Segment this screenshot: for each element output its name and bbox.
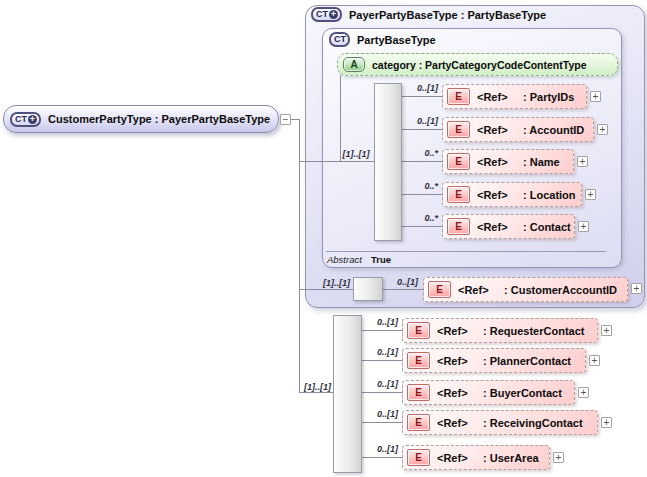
element-icon: E xyxy=(447,218,470,235)
schema-diagram: CT+ CustomerPartyType : PayerPartyBaseTy… xyxy=(0,0,647,477)
collapse-icon[interactable]: − xyxy=(280,114,291,125)
sequence-bar xyxy=(333,315,362,473)
element-icon: E xyxy=(428,281,451,298)
cardinality-label: 0..* xyxy=(404,213,438,223)
sequence-box xyxy=(353,277,383,301)
expand-icon[interactable]: + xyxy=(601,325,612,336)
element-node-receivingcontact[interactable]: E <Ref> : ReceivingContact xyxy=(402,410,598,435)
element-ref-label: <Ref> xyxy=(477,189,523,201)
cardinality-label: 0..[1] xyxy=(364,379,398,389)
element-ref-label: <Ref> xyxy=(437,325,483,337)
element-icon: E xyxy=(447,121,470,138)
element-ref-label: <Ref> xyxy=(437,417,483,429)
cardinality-label: [1]..[1] xyxy=(338,149,374,159)
derived-plus-icon: + xyxy=(329,10,338,19)
element-type-label: : Name xyxy=(523,156,560,168)
expand-icon[interactable]: + xyxy=(589,355,600,366)
element-icon: E xyxy=(447,186,470,203)
element-node-userarea[interactable]: E <Ref> : UserArea xyxy=(402,445,550,470)
expand-icon[interactable]: + xyxy=(578,221,589,232)
element-ref-label: <Ref> xyxy=(477,221,523,233)
payerpartybasetype-title: PayerPartyBaseType : PartyBaseType xyxy=(349,9,546,21)
element-type-label: : PartyIDs xyxy=(523,91,574,103)
cardinality-label: 0..[1] xyxy=(384,277,418,287)
element-node-contact[interactable]: E <Ref> : Contact xyxy=(442,214,575,239)
cardinality-label: 0..[1] xyxy=(404,83,438,93)
derived-plus-icon: + xyxy=(28,115,37,124)
cardinality-label: 0..[1] xyxy=(364,444,398,454)
element-type-label: : PlannerContact xyxy=(483,355,571,367)
element-icon: E xyxy=(407,384,430,401)
element-type-label: : BuyerContact xyxy=(483,387,562,399)
element-ref-label: <Ref> xyxy=(437,355,483,367)
payerpartybasetype-header: CT+ PayerPartyBaseType : PartyBaseType xyxy=(311,7,546,22)
cardinality-label: 0..[1] xyxy=(364,409,398,419)
cardinality-label: 0..[1] xyxy=(404,116,438,126)
expand-icon[interactable]: + xyxy=(578,387,589,398)
element-ref-label: <Ref> xyxy=(437,387,483,399)
element-icon: E xyxy=(447,88,470,105)
element-type-label: : CustomerAccountID xyxy=(504,284,617,296)
complex-type-icon: CT+ xyxy=(311,7,342,22)
element-node-partyids[interactable]: E <Ref> : PartyIDs xyxy=(442,84,587,109)
expand-icon[interactable]: + xyxy=(597,124,608,135)
element-node-location[interactable]: E <Ref> : Location xyxy=(442,182,582,207)
abstract-value: True xyxy=(371,254,391,265)
element-node-customeraccountid[interactable]: E <Ref> : CustomerAccountID xyxy=(423,277,628,302)
element-node-name[interactable]: E <Ref> : Name xyxy=(442,149,574,174)
cardinality-label: 0..* xyxy=(404,181,438,191)
expand-icon[interactable]: + xyxy=(590,91,601,102)
expand-icon[interactable]: + xyxy=(585,189,596,200)
abstract-label: Abstract xyxy=(327,254,362,265)
element-type-label: : Location xyxy=(523,189,576,201)
expand-icon[interactable]: + xyxy=(631,283,642,294)
cardinality-label: 0..[1] xyxy=(364,347,398,357)
element-node-requestercontact[interactable]: E <Ref> : RequesterContact xyxy=(402,318,598,343)
root-node-label: CustomerPartyType : PayerPartyBaseType xyxy=(48,113,270,125)
element-icon: E xyxy=(447,153,470,170)
expand-icon[interactable]: + xyxy=(577,156,588,167)
complex-type-icon: CT+ xyxy=(10,112,41,127)
element-ref-label: <Ref> xyxy=(477,91,523,103)
element-ref-label: <Ref> xyxy=(477,156,523,168)
element-node-accountid[interactable]: E <Ref> : AccountID xyxy=(442,117,594,142)
cardinality-label: 0..* xyxy=(404,148,438,158)
attribute-node-category[interactable]: A category : PartyCategoryCodeContentTyp… xyxy=(337,53,618,76)
cardinality-label: 0..[1] xyxy=(364,317,398,327)
cardinality-label: [1]..[1] xyxy=(316,278,350,288)
root-node-customerpartytype[interactable]: CT+ CustomerPartyType : PayerPartyBaseTy… xyxy=(3,105,279,133)
expand-icon[interactable]: + xyxy=(601,417,612,428)
attribute-label: category : PartyCategoryCodeContentType xyxy=(372,59,587,71)
expand-icon[interactable]: + xyxy=(553,452,564,463)
attribute-icon: A xyxy=(343,57,365,72)
footer-divider xyxy=(326,251,606,252)
element-type-label: : UserArea xyxy=(483,452,539,464)
partybasetype-header: CT PartyBaseType xyxy=(329,32,436,47)
complex-type-icon: CT xyxy=(329,32,350,47)
element-icon: E xyxy=(407,449,430,466)
cardinality-label: [1]..[1] xyxy=(297,382,331,392)
element-icon: E xyxy=(407,352,430,369)
element-ref-label: <Ref> xyxy=(458,284,504,296)
element-ref-label: <Ref> xyxy=(477,124,523,136)
element-type-label: : AccountID xyxy=(523,124,584,136)
element-node-plannercontact[interactable]: E <Ref> : PlannerContact xyxy=(402,348,586,373)
element-type-label: : Contact xyxy=(523,221,571,233)
element-node-buyercontact[interactable]: E <Ref> : BuyerContact xyxy=(402,380,575,405)
partybasetype-title: PartyBaseType xyxy=(357,34,436,46)
sequence-bar xyxy=(374,83,402,241)
element-type-label: : ReceivingContact xyxy=(483,417,583,429)
element-icon: E xyxy=(407,414,430,431)
element-ref-label: <Ref> xyxy=(437,452,483,464)
element-icon: E xyxy=(407,322,430,339)
element-type-label: : RequesterContact xyxy=(483,325,584,337)
